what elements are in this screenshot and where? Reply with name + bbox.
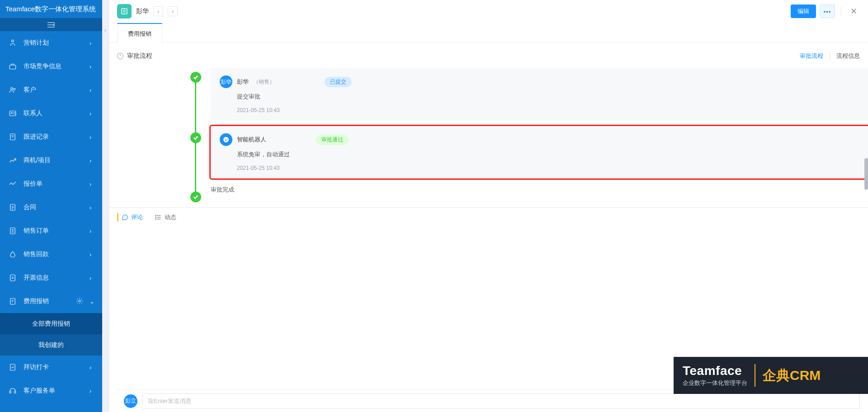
detail-tabs: 费用报销: [109, 23, 868, 43]
chevron-right-icon: ›: [90, 110, 94, 117]
more-actions-button[interactable]: •••: [820, 5, 835, 18]
scrollbar-thumb[interactable]: [864, 158, 868, 190]
status-badge: 审批通过: [316, 135, 349, 145]
tab-activity[interactable]: 动态: [155, 213, 176, 221]
record-type-icon: [117, 4, 132, 19]
sidebar-label: 跟进记录: [24, 133, 83, 141]
sidebar-collapse-button[interactable]: [0, 18, 102, 31]
svg-point-44: [156, 219, 156, 219]
svg-point-29: [79, 300, 80, 302]
sidebar-item-marketing-plan[interactable]: 营销计划 ›: [0, 31, 102, 55]
sidebar-label: 合同: [24, 203, 83, 211]
sidebar-item-contacts[interactable]: 联系人 ›: [0, 102, 102, 125]
divider: [841, 7, 841, 16]
sidebar-item-service[interactable]: 客户服务单 ›: [0, 379, 102, 403]
sidebar-label: 客户服务单: [24, 387, 83, 395]
step-user-role: （销售）: [253, 78, 275, 86]
sidebar-label: 报价单: [24, 180, 83, 188]
svg-rect-4: [9, 65, 16, 69]
sidebar: 营销计划 › 市场竞争信息 › 客户 › 联系人 › 跟进记录 › 商机/项目 …: [0, 31, 102, 412]
brand-watermark: Teamface 企业数字一体化管理平台 企典CRM: [674, 357, 868, 394]
sidebar-label: 联系人: [24, 109, 83, 117]
tab-comment[interactable]: 评论: [117, 213, 143, 221]
prev-record-button[interactable]: ‹: [153, 6, 163, 16]
chevron-right-icon: ›: [90, 388, 94, 394]
approval-step-card: 彭华 彭华 （销售） 已提交 提交审批 2021-05-25 10:43: [211, 68, 868, 121]
chevron-right-icon: ›: [90, 134, 94, 140]
sidebar-item-sales-order[interactable]: 销售订单 ›: [0, 219, 102, 243]
chevron-right-icon: ›: [90, 204, 94, 211]
svg-rect-33: [122, 9, 127, 14]
flow-node-check-icon: [190, 132, 201, 143]
close-button[interactable]: ✕: [847, 5, 860, 18]
svg-point-38: [226, 139, 227, 140]
comment-tabs: 评论 动态: [109, 207, 868, 227]
chevron-right-icon: ›: [90, 364, 94, 371]
chevron-right-icon: ›: [90, 251, 94, 258]
clipboard-icon: [8, 38, 17, 47]
chart-icon: [8, 156, 17, 165]
sidebar-label: 销售回款: [24, 250, 83, 258]
sidebar-item-opportunity[interactable]: 商机/项目 ›: [0, 149, 102, 172]
receipt-icon: [8, 297, 17, 306]
sidebar-item-market-info[interactable]: 市场竞争信息 ›: [0, 55, 102, 78]
sidebar-item-quote[interactable]: 报价单 ›: [0, 172, 102, 196]
sidebar-item-invoice[interactable]: 开票信息 ›: [0, 266, 102, 290]
svg-point-5: [11, 88, 13, 90]
id-card-icon: [8, 109, 17, 118]
sidebar-item-contract[interactable]: 合同 ›: [0, 196, 102, 219]
detail-header: 彭华 ‹ › 编辑 ••• ✕: [109, 0, 868, 23]
comment-input[interactable]: [142, 393, 860, 409]
sidebar-label: 开票信息: [24, 274, 83, 282]
sidebar-item-payment[interactable]: 销售回款 ›: [0, 243, 102, 266]
separator: [830, 53, 830, 59]
sidebar-subitem-my-created[interactable]: 我创建的: [0, 334, 102, 356]
current-user-avatar: 彭立: [124, 394, 137, 408]
gear-icon[interactable]: [76, 297, 83, 306]
comment-list: [109, 227, 868, 358]
sidebar-label: 销售订单: [24, 227, 83, 235]
flow-node-check-icon: [190, 72, 201, 83]
tab-expense[interactable]: 费用报销: [117, 23, 162, 43]
sidebar-label: 费用报销: [24, 297, 70, 305]
app-title-bar: Teamface数字一体化管理系统: [0, 0, 102, 18]
panel-collapse-handle[interactable]: ‹: [102, 0, 109, 412]
approval-flow-link[interactable]: 审批流程: [800, 52, 823, 60]
sidebar-item-followup[interactable]: 跟进记录 ›: [0, 125, 102, 149]
chevron-down-icon: ⌄: [90, 298, 94, 305]
svg-point-8: [11, 112, 12, 114]
order-icon: [8, 226, 17, 235]
chevron-right-icon: ›: [90, 275, 94, 281]
approval-done-label: 审批完成: [211, 184, 860, 194]
svg-rect-26: [10, 298, 15, 304]
comment-icon: [121, 214, 128, 221]
file-icon: [8, 203, 17, 212]
approval-flow: 彭华 彭华 （销售） 已提交 提交审批 2021-05-25 10:43 智能机…: [109, 64, 868, 207]
section-header: 审批流程 审批流程 流程信息: [109, 43, 868, 64]
flow-info-link[interactable]: 流程信息: [836, 52, 860, 60]
next-record-button[interactable]: ›: [168, 6, 178, 16]
chevron-right-icon: ›: [90, 228, 94, 234]
users-icon: [8, 85, 17, 94]
svg-point-36: [223, 137, 229, 142]
chevron-right-icon: ›: [90, 181, 94, 187]
sidebar-label: 营销计划: [24, 39, 83, 47]
money-bag-icon: [8, 250, 17, 259]
app-title: Teamface数字一体化管理系统: [5, 5, 96, 14]
record-name: 彭华: [136, 7, 149, 15]
svg-point-43: [156, 217, 156, 217]
sidebar-label: 客户: [24, 86, 83, 94]
step-user-name: 智能机器人: [237, 136, 266, 144]
active-indicator: [117, 213, 118, 221]
chevron-right-icon: ›: [90, 157, 94, 164]
svg-rect-31: [9, 391, 11, 393]
edit-button[interactable]: 编辑: [791, 5, 816, 18]
invoice-icon: [8, 273, 17, 282]
sidebar-item-visit[interactable]: 拜访打卡 ›: [0, 356, 102, 379]
sidebar-item-customer[interactable]: 客户 ›: [0, 78, 102, 102]
svg-point-42: [156, 215, 156, 215]
sidebar-subitem-all-expense[interactable]: 全部费用报销: [0, 313, 102, 334]
sidebar-item-expense[interactable]: 费用报销 ⌄: [0, 290, 102, 313]
approval-step-card: 智能机器人 审批通过 系统免审，自动通过 2021-05-25 10:43: [211, 126, 868, 178]
svg-rect-7: [9, 111, 16, 116]
